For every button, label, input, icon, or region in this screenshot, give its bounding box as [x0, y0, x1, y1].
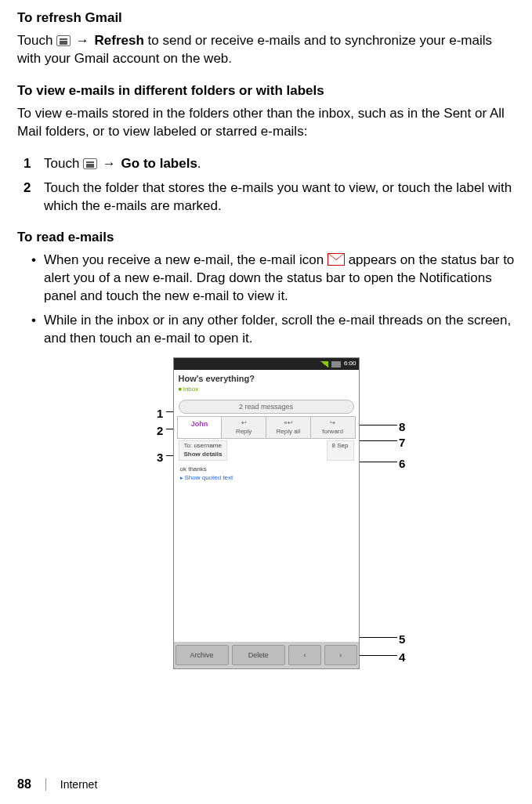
action-row: John ↩Reply «↩Reply all ↪forward: [177, 416, 356, 440]
show-details: Show details: [184, 451, 223, 458]
menu-icon: [56, 35, 71, 46]
date-box: 8 Sep: [327, 440, 354, 461]
heading-view-folders: To view e-mails in different folders or …: [17, 82, 515, 100]
callout-5: 5: [399, 632, 405, 647]
email-body: ok thanks Show quoted text: [174, 461, 359, 487]
bullet-dot: •: [17, 252, 44, 306]
callout-6: 6: [399, 456, 405, 472]
signal-icon: [320, 361, 328, 368]
arrow-icon: →: [76, 33, 89, 48]
bottom-bar: Archive Delete ‹ ›: [174, 642, 359, 668]
bullet-1: • When you receive a new e-mail, the e-m…: [17, 252, 515, 306]
archive-button[interactable]: Archive: [176, 645, 229, 665]
para-refresh: Touch → Refresh to send or receive e-mai…: [17, 32, 515, 68]
delete-button[interactable]: Delete: [232, 645, 285, 665]
forward-button[interactable]: ↪forward: [311, 417, 355, 439]
callout-3: 3: [157, 450, 163, 465]
para-view-folders: To view e-mails stored in the folders ot…: [17, 105, 515, 141]
callout-7: 7: [399, 435, 405, 451]
callout-4: 4: [399, 650, 405, 665]
menu-icon: [83, 158, 97, 169]
to-details[interactable]: To: username Show details: [179, 440, 228, 461]
step-1-post: .: [197, 156, 201, 171]
step-1-pre: Touch: [44, 156, 83, 171]
prev-button[interactable]: ‹: [288, 645, 321, 665]
show-quoted-link[interactable]: Show quoted text: [180, 474, 353, 483]
heading-refresh-gmail: To refresh Gmail: [17, 9, 515, 27]
step-2: 2 Touch the folder that stores the e-mai…: [17, 179, 515, 215]
step-number: 1: [17, 155, 44, 173]
bullet-1-pre: When you receive a new e-mail, the e-mai…: [44, 252, 328, 267]
reply-button[interactable]: ↩Reply: [222, 417, 266, 439]
text-touch-pre: Touch: [17, 33, 56, 48]
steps-list: 1 Touch → Go to labels. 2 Touch the fold…: [17, 155, 515, 215]
heading-read-emails: To read e-mails: [17, 229, 515, 247]
step-number: 2: [17, 179, 44, 215]
callout-1: 1: [157, 406, 163, 422]
arrow-icon: →: [103, 156, 116, 171]
sender-cell[interactable]: John: [178, 417, 223, 439]
bullet-1-body: When you receive a new e-mail, the e-mai…: [44, 252, 515, 306]
email-subject: How's everything?: [174, 370, 359, 386]
to-row: To: username Show details 8 Sep: [179, 440, 354, 461]
to-line: To: username: [184, 442, 222, 449]
reply-all-label: Reply all: [277, 428, 301, 435]
read-messages-bar[interactable]: 2 read messages: [179, 400, 354, 414]
bullet-2-body: While in the inbox or in any other folde…: [44, 312, 515, 348]
bullet-dot: •: [17, 312, 44, 348]
status-bar: 6:00: [174, 358, 359, 370]
reply-all-button[interactable]: «↩Reply all: [266, 417, 311, 439]
page-footer: 88 Internet: [17, 776, 97, 793]
phone-screenshot: 6:00 How's everything? Inbox 2 read mess…: [173, 357, 360, 669]
reply-label: Reply: [236, 428, 252, 435]
go-to-labels: Go to labels: [121, 156, 197, 171]
sender-name: John: [191, 420, 208, 428]
step-1-body: Touch → Go to labels.: [44, 155, 201, 173]
page-number: 88: [17, 776, 31, 793]
figure-wrap: 1 2 3 8 7 6 5 4 6:00 How's everything? I…: [17, 357, 515, 669]
bullet-2: • While in the inbox or in any other fol…: [17, 312, 515, 348]
callout-8: 8: [399, 419, 405, 435]
next-button[interactable]: ›: [324, 645, 357, 665]
step-1: 1 Touch → Go to labels.: [17, 155, 515, 173]
step-2-body: Touch the folder that stores the e-mails…: [44, 179, 515, 215]
body-text: ok thanks: [180, 465, 353, 474]
status-time: 6:00: [344, 360, 356, 368]
bullet-list: • When you receive a new e-mail, the e-m…: [17, 252, 515, 348]
mail-icon: [328, 253, 345, 266]
chapter-name: Internet: [60, 777, 97, 792]
forward-label: forward: [322, 428, 343, 435]
lead-line: [356, 425, 397, 426]
footer-divider: [45, 778, 46, 791]
refresh-word: Refresh: [95, 33, 144, 48]
callout-2: 2: [157, 423, 163, 439]
inbox-label: Inbox: [174, 386, 359, 397]
battery-icon: [331, 361, 341, 368]
